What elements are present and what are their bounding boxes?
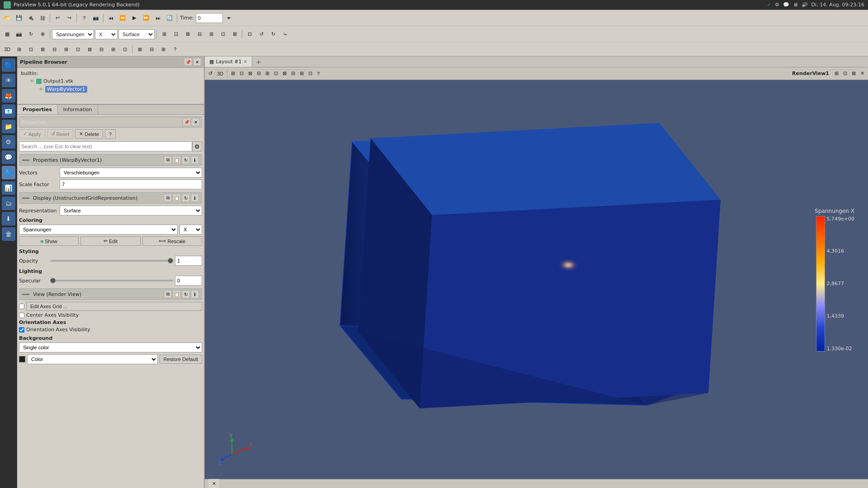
tb3-btn-5[interactable]: ⊟ (49, 43, 60, 55)
view-paste-button[interactable]: 📋 (173, 290, 181, 298)
sidebar-icon-3[interactable]: 🦊 (2, 89, 15, 103)
apply-button[interactable]: ✓ Apply (19, 129, 45, 139)
center-axes-checkbox[interactable] (19, 313, 24, 318)
display-copy-button[interactable]: ⧉ (164, 194, 172, 202)
edit-button[interactable]: ✏ Edit (80, 236, 140, 246)
step-last-button[interactable]: ⏭ (152, 12, 163, 24)
rt-btn-5[interactable]: ⊞ (264, 69, 271, 78)
sidebar-icon-2[interactable]: 👁 (2, 74, 15, 87)
pipeline-item-warp[interactable]: 👁 WarpByVector1 (21, 85, 200, 94)
rescale-button[interactable]: ⟺ Rescale (142, 236, 202, 246)
step-fwd-button[interactable]: ⏩ (141, 12, 151, 24)
tb3-btn-1[interactable]: 3D (2, 43, 13, 55)
eye-icon-output1[interactable]: 👁 (30, 79, 34, 84)
open-button[interactable]: 📂 (2, 12, 13, 24)
tb3-btn-3[interactable]: ⊡ (25, 43, 36, 55)
pb-pin-button[interactable]: 📌 (184, 58, 192, 66)
tab-information[interactable]: Information (58, 105, 98, 114)
sidebar-icon-11[interactable]: ⬇ (2, 212, 15, 225)
rt-btn-3[interactable]: ⊠ (246, 69, 254, 78)
view-refresh-button[interactable]: ↻ (182, 290, 190, 298)
rt-maximize-2[interactable]: ⊡ (841, 69, 849, 78)
rt-btn-2[interactable]: ⊡ (238, 69, 245, 78)
eye-icon-warp[interactable]: 👁 (39, 87, 43, 92)
tab-properties[interactable]: Properties (17, 105, 58, 114)
representation-dropdown[interactable]: Surface (118, 29, 155, 39)
sidebar-icon-10[interactable]: 🗂 (2, 197, 15, 210)
coloring-component-select[interactable]: X (179, 225, 202, 235)
reload-button[interactable]: ↻ (25, 28, 36, 40)
filter-btn-2[interactable]: ⊡ (170, 28, 181, 40)
tb3-btn-11[interactable]: ⊡ (119, 43, 130, 55)
sidebar-icon-9[interactable]: 📊 (2, 181, 15, 195)
orientation-vis-checkbox[interactable] (19, 327, 24, 333)
layout-icon-button[interactable]: ▦ (2, 28, 13, 40)
rt-btn-4[interactable]: ⊟ (255, 69, 263, 78)
tb3-btn-9[interactable]: ⊟ (96, 43, 107, 55)
cam-pos-2[interactable]: ↻ (268, 28, 278, 40)
tb3-btn-15[interactable]: ? (170, 43, 180, 55)
rt-3d-btn[interactable]: 3D (215, 70, 225, 78)
tb3-btn-8[interactable]: ⊠ (84, 43, 95, 55)
restore-default-button[interactable]: Restore Default (160, 355, 202, 364)
display-info-button[interactable]: ℹ (191, 194, 199, 202)
pb-close-button[interactable]: ✕ (193, 58, 201, 66)
cam-pos-3[interactable]: ⤿ (279, 28, 290, 40)
tb3-btn-2[interactable]: ⊞ (14, 43, 24, 55)
disconnect-button[interactable]: ⛓ (37, 12, 48, 24)
search-settings-button[interactable]: ⚙ (192, 141, 202, 151)
redo-button[interactable]: ↪ (64, 12, 75, 24)
sidebar-icon-5[interactable]: 📁 (2, 120, 15, 133)
filter-btn-7[interactable]: ⊠ (229, 28, 240, 40)
rt-btn-10[interactable]: ⊡ (307, 69, 314, 78)
representation-select[interactable]: Surface (60, 206, 202, 216)
step-first-button[interactable]: ⏮ (105, 12, 116, 24)
tb3-btn-12[interactable]: ⊠ (134, 43, 145, 55)
filter-btn-1[interactable]: ⊞ (159, 28, 170, 40)
tb3-btn-6[interactable]: ⊞ (61, 43, 71, 55)
save-button[interactable]: 💾 (14, 12, 24, 24)
delete-button[interactable]: ✕ Delete (75, 129, 103, 139)
layout-tab-1[interactable]: ▦ Layout #1 ✕ (205, 56, 252, 67)
tab-close-icon[interactable]: ✕ (244, 59, 247, 64)
sidebar-icon-4[interactable]: 📧 (2, 104, 15, 118)
display-refresh-button[interactable]: ↻ (182, 194, 190, 202)
rt-btn-6[interactable]: ⊡ (272, 69, 280, 78)
tb3-btn-4[interactable]: ⊠ (37, 43, 48, 55)
rt-btn-7[interactable]: ⊠ (281, 69, 288, 78)
vectors-select[interactable]: Verschiebungen (60, 168, 202, 178)
rt-btn-8[interactable]: ⊟ (289, 69, 297, 78)
color-label-select[interactable]: Color (27, 354, 158, 364)
pipeline-item-output1[interactable]: 👁 Output1.vtk (21, 77, 200, 85)
reset-cam-button[interactable]: ⊡ (244, 28, 255, 40)
opacity-input[interactable] (175, 256, 202, 266)
sidebar-icon-8[interactable]: 🔷 (2, 166, 15, 179)
rt-maximize-3[interactable]: ⊠ (850, 69, 858, 78)
time-input[interactable] (196, 13, 223, 23)
help-button[interactable]: ? (79, 12, 90, 24)
view-copy-button[interactable]: ⧉ (164, 290, 172, 298)
edit-axes-button[interactable]: Edit Axes Grid ... (26, 302, 202, 311)
filter-btn-5[interactable]: ⊞ (206, 28, 217, 40)
sidebar-icon-1[interactable]: 🔵 (2, 58, 15, 72)
rt-btn-1[interactable]: ⊞ (229, 69, 237, 78)
step-back-button[interactable]: ⏪ (117, 12, 128, 24)
warp-info-button[interactable]: ℹ (191, 156, 199, 164)
sidebar-icon-6[interactable]: ⚙ (2, 135, 15, 149)
rt-maximize-1[interactable]: ⊞ (833, 69, 840, 78)
coloring-array-select[interactable]: Spannungen (19, 225, 178, 235)
render-canvas[interactable]: Spannungen X 5,749e+00 4,3016 2,8677 1,4… (205, 80, 868, 479)
save-screenshot-button[interactable]: 📸 (14, 28, 24, 40)
add-tab-button[interactable]: + (252, 57, 265, 66)
tb3-btn-13[interactable]: ⊟ (146, 43, 157, 55)
reset-button[interactable]: ↺ Reset (47, 129, 74, 139)
status-close-button[interactable]: ✕ (208, 478, 219, 488)
rt-reset-btn[interactable]: ↺ (207, 69, 214, 78)
scale-factor-input[interactable] (60, 179, 202, 189)
filter-btn-6[interactable]: ⊡ (217, 28, 228, 40)
tb3-btn-7[interactable]: ⊡ (72, 43, 83, 55)
rt-btn-help[interactable]: ? (315, 70, 321, 78)
rt-btn-9[interactable]: ⊞ (298, 69, 306, 78)
undo-button[interactable]: ↩ (52, 12, 63, 24)
more-button[interactable]: ⊕ (37, 28, 48, 40)
